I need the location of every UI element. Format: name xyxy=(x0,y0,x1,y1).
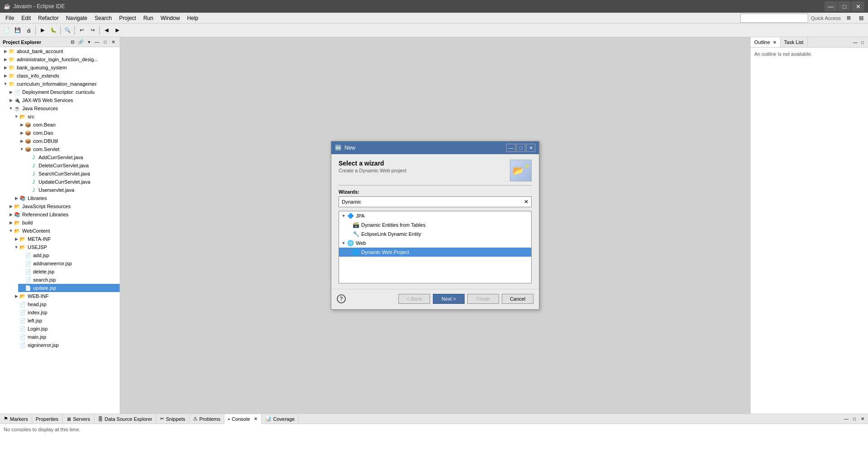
print-btn[interactable]: 🖨 xyxy=(24,25,34,35)
tree-item-webcontent[interactable]: ▼ 📂 WebContent xyxy=(7,227,120,235)
tree-item-usejsp[interactable]: ▼ 📂 USEJSP xyxy=(13,243,120,251)
tree-item-libraries[interactable]: ▶ 📚 Libraries xyxy=(13,194,120,202)
tab-console[interactable]: ▪ Console ✕ xyxy=(224,414,261,424)
tree-item-addnameerror-jsp[interactable]: 📄 addnameerror.jsp xyxy=(18,259,120,268)
tree-item-webinf[interactable]: ▶ 📂 WEB-INF xyxy=(13,292,120,300)
undo-btn[interactable]: ↩ xyxy=(77,25,87,35)
tab-servers[interactable]: 🖥 Servers xyxy=(63,414,94,424)
menu-navigate[interactable]: Navigate xyxy=(62,14,91,22)
minimize-button[interactable]: — xyxy=(824,1,837,11)
tree-item-main-jsp[interactable]: 📄 main.jsp xyxy=(13,333,120,341)
tree-item-jsresources[interactable]: ▶ 📂 JavaScript Resources xyxy=(7,202,120,210)
maximize-button[interactable]: □ xyxy=(838,1,851,11)
search-btn[interactable]: 🔍 xyxy=(63,25,73,35)
new-btn[interactable]: 📄 xyxy=(2,25,12,35)
maximize-panel-btn[interactable]: □ xyxy=(102,39,109,46)
wizard-search-clear-btn[interactable]: ✕ xyxy=(521,197,531,207)
tree-item-jaxws[interactable]: ▶ 🔌 JAX-WS Web Services xyxy=(7,96,120,104)
menu-window[interactable]: Window xyxy=(157,14,184,22)
tree-item-search-jsp[interactable]: 📄 search.jsp xyxy=(18,276,120,284)
cancel-button[interactable]: Cancel xyxy=(502,294,533,304)
bottom-maximize-btn[interactable]: □ xyxy=(851,415,858,423)
tree-item-addcurr[interactable]: J AddCurrServlet.java xyxy=(24,153,120,161)
navigate-fwd-btn[interactable]: ▶ xyxy=(112,25,122,35)
tree-item-eclipselink[interactable]: 🔧 EclipseLink Dynamic Entity xyxy=(339,229,531,239)
collapse-all-btn[interactable]: ⊟ xyxy=(69,39,76,46)
menu-search[interactable]: Search xyxy=(91,14,116,22)
tab-datasource[interactable]: 🗄 Data Source Explorer xyxy=(94,414,156,424)
tree-item-dynamic-entities[interactable]: 🗃️ Dynamic Entities from Tables xyxy=(339,220,531,229)
tab-markers[interactable]: ⚑ Markers xyxy=(0,414,32,424)
tab-coverage[interactable]: 📊 Coverage xyxy=(262,414,299,424)
link-editor-btn[interactable]: 🔗 xyxy=(77,39,84,46)
tree-item-userservlet[interactable]: J Userservlet.java xyxy=(24,186,120,194)
dialog-close-btn[interactable]: ✕ xyxy=(526,144,535,152)
minimize-panel-btn[interactable]: — xyxy=(93,39,101,46)
menu-file[interactable]: File xyxy=(2,14,18,22)
tree-item-deployment[interactable]: ▶ 📄 Deployment Descriptor: curriculu xyxy=(7,88,120,96)
view-menu-btn[interactable]: ▾ xyxy=(85,39,92,46)
view-btn[interactable]: ▤ xyxy=(856,13,866,23)
quick-access-input[interactable] xyxy=(740,14,808,23)
dialog-minimize-btn[interactable]: — xyxy=(506,144,515,152)
tree-item-head-jsp[interactable]: 📄 head.jsp xyxy=(13,300,120,308)
tree-item-build[interactable]: ▶ 📂 build xyxy=(7,219,120,227)
next-button[interactable]: Next > xyxy=(433,294,465,304)
tree-item-login-jsp[interactable]: 📄 Login.jsp xyxy=(13,325,120,333)
tree-item-comdao[interactable]: ▶ 📦 com.Dao xyxy=(18,129,120,137)
tree-item-dynamic-web-project[interactable]: 🌐 Dynamic Web Project xyxy=(339,248,531,257)
finish-button[interactable]: Finish xyxy=(467,294,499,304)
tree-item-comdbutil[interactable]: ▶ 📦 com.DBUtil xyxy=(18,137,120,145)
close-button[interactable]: ✕ xyxy=(852,1,864,11)
dialog-maximize-btn[interactable]: □ xyxy=(516,144,525,152)
help-icon-btn[interactable]: ? xyxy=(337,294,346,303)
tree-item-about-bank-account[interactable]: ▶ 📁 about_bank_account xyxy=(2,47,120,55)
tree-item-update-jsp[interactable]: 📄 update.jsp xyxy=(18,284,120,292)
run-btn[interactable]: ▶ xyxy=(38,25,48,35)
redo-btn[interactable]: ↪ xyxy=(87,25,97,35)
tree-item-referenced-libs[interactable]: ▶ 📚 Referenced Libraries xyxy=(7,210,120,219)
tree-item-delete-jsp[interactable]: 📄 delete.jsp xyxy=(18,268,120,276)
menu-project[interactable]: Project xyxy=(116,14,140,22)
bottom-close-btn[interactable]: ✕ xyxy=(859,415,866,423)
tree-item-comservlet[interactable]: ▼ 📦 com.Servlet xyxy=(18,145,120,153)
tree-item-bank-queue[interactable]: ▶ 📁 bank_queuing_system xyxy=(2,63,120,72)
tab-snippets[interactable]: ✂ Snippets xyxy=(156,414,189,424)
tree-item-updatecurr[interactable]: J UpdateCurrServlet.java xyxy=(24,178,120,186)
debug-btn[interactable]: 🐛 xyxy=(48,25,58,35)
tree-item-combean[interactable]: ▶ 📦 com.Bean xyxy=(18,121,120,129)
tree-item-class-info[interactable]: ▶ 📁 class_info_extends xyxy=(2,72,120,80)
tab-problems[interactable]: ⚠ Problems xyxy=(189,414,224,424)
tab-properties[interactable]: Properties xyxy=(32,414,63,424)
tree-item-signinerror-jsp[interactable]: 📄 signinerror.jsp xyxy=(13,341,120,349)
perspective-btn[interactable]: ⊞ xyxy=(844,13,853,23)
menu-run[interactable]: Run xyxy=(140,14,157,22)
tab-task-list[interactable]: Task List xyxy=(781,37,808,47)
tab-outline-close[interactable]: ✕ xyxy=(773,40,776,45)
tab-console-close[interactable]: ✕ xyxy=(254,416,257,421)
menu-edit[interactable]: Edit xyxy=(18,14,34,22)
tree-item-add-jsp[interactable]: 📄 add.jsp xyxy=(18,251,120,259)
wizard-search-input[interactable] xyxy=(339,198,521,206)
save-btn[interactable]: 💾 xyxy=(13,25,23,35)
tree-item-java-resources[interactable]: ▼ ☕ Java Resources xyxy=(7,104,120,112)
tree-item-left-jsp[interactable]: 📄 left.jsp xyxy=(13,317,120,325)
tree-item-curriculum[interactable]: ▼ 📁 curriculum_information_managemer xyxy=(2,80,120,88)
outline-minimize-btn[interactable]: — xyxy=(852,39,859,46)
outline-maximize-btn[interactable]: □ xyxy=(859,39,866,46)
menu-refactor[interactable]: Refactor xyxy=(34,14,62,22)
navigate-back-btn[interactable]: ◀ xyxy=(102,25,112,35)
tree-group-jpa[interactable]: ▼ 🔷 JPA xyxy=(339,211,531,220)
tree-item-searchcurr[interactable]: J SearchCurrServlet.java xyxy=(24,170,120,178)
tree-item-metainf[interactable]: ▶ 📂 META-INF xyxy=(13,235,120,243)
bottom-minimize-btn[interactable]: — xyxy=(843,415,850,423)
back-button[interactable]: < Back xyxy=(398,294,430,304)
tree-group-web[interactable]: ▼ 🌐 Web xyxy=(339,239,531,248)
tree-item-index-jsp[interactable]: 📄 index.jsp xyxy=(13,308,120,317)
tab-outline[interactable]: Outline ✕ xyxy=(751,37,781,47)
tree-item-admin[interactable]: ▶ 📁 administrator_login_function_desig..… xyxy=(2,55,120,63)
menu-help[interactable]: Help xyxy=(184,14,202,22)
close-panel-btn[interactable]: ✕ xyxy=(110,39,117,46)
tree-item-deletecurr[interactable]: J DeleteCurrServlet.java xyxy=(24,161,120,170)
tree-item-src[interactable]: ▼ 📂 src xyxy=(13,112,120,121)
